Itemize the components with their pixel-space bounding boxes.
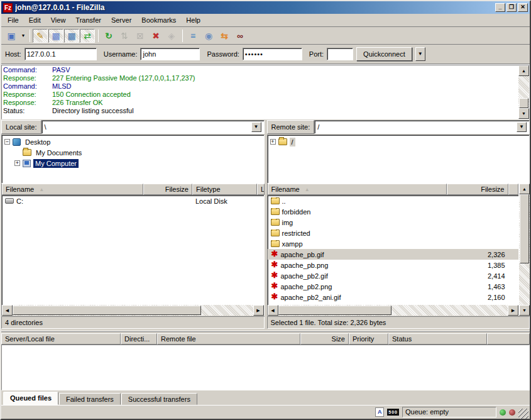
- column-filesize[interactable]: Filesize: [447, 184, 508, 195]
- desktop-icon: [13, 138, 21, 146]
- column-status[interactable]: Status: [388, 333, 487, 345]
- column-direction[interactable]: Directi...: [121, 333, 157, 345]
- filter-button[interactable]: ≡: [185, 29, 200, 43]
- scroll-down-icon[interactable]: ▼: [518, 108, 529, 119]
- tab-failed-transfers[interactable]: Failed transfers: [59, 393, 121, 405]
- remote-row[interactable]: restricted: [268, 228, 519, 238]
- maximize-button[interactable]: ❐: [506, 3, 517, 12]
- remote-row[interactable]: img: [268, 217, 519, 228]
- directory-comparison-button[interactable]: ◉: [201, 29, 216, 43]
- toggle-queue-button[interactable]: ⇄: [80, 29, 95, 43]
- host-input[interactable]: [25, 48, 97, 60]
- refresh-button[interactable]: ↻: [101, 29, 116, 43]
- synchronized-browsing-button[interactable]: ⇆: [217, 29, 232, 43]
- site-manager-dropdown[interactable]: ▼: [19, 29, 27, 43]
- process-queue-button[interactable]: ⇅: [117, 29, 132, 43]
- tree-item-my-computer[interactable]: + My Computer: [3, 158, 263, 169]
- column-filesize[interactable]: Filesize: [143, 184, 192, 195]
- toggle-remote-tree-button[interactable]: ▦: [64, 29, 79, 43]
- scroll-down-icon[interactable]: ▼: [519, 305, 530, 316]
- site-manager-button[interactable]: ▣: [4, 29, 19, 43]
- reconnect-button[interactable]: ◈: [164, 29, 179, 43]
- column-filename[interactable]: Filename ▲: [268, 184, 447, 195]
- remote-row[interactable]: xampp: [268, 238, 519, 249]
- remote-tree: + /: [267, 135, 530, 184]
- process-queue-icon: ⇅: [121, 31, 128, 41]
- titlebar[interactable]: Fz john@127.0.0.1 - FileZilla _ ❐ ✕: [1, 1, 530, 14]
- disk-icon: [5, 198, 14, 204]
- menu-help[interactable]: Help: [181, 14, 205, 26]
- disconnect-button[interactable]: ✖: [148, 29, 163, 43]
- remote-row[interactable]: ✱apache_pb2.gif 2,414: [268, 270, 519, 281]
- folder-icon: [271, 197, 280, 204]
- column-lastmodified[interactable]: L: [257, 184, 265, 195]
- log-scrollbar[interactable]: ▲ ▼: [518, 65, 529, 119]
- remote-vscrollbar[interactable]: ▲ ▼: [519, 184, 530, 316]
- scrollbar-thumb[interactable]: [13, 306, 201, 315]
- column-server-local-file[interactable]: Server/Local file: [1, 333, 121, 345]
- folder-icon: [271, 208, 280, 215]
- scroll-right-icon[interactable]: ▶: [508, 305, 518, 316]
- queue-body[interactable]: [1, 345, 530, 390]
- local-site-path: \: [45, 123, 251, 131]
- column-filetype[interactable]: Filetype: [192, 184, 257, 195]
- menu-view[interactable]: View: [46, 14, 71, 26]
- find-files-button[interactable]: ∞: [233, 29, 248, 43]
- username-input[interactable]: [140, 48, 200, 60]
- scrollbar-thumb[interactable]: [519, 98, 528, 108]
- quickconnect-button[interactable]: Quickconnect: [356, 47, 412, 61]
- tab-queued-files[interactable]: Queued files: [3, 392, 58, 405]
- menu-server[interactable]: Server: [106, 14, 136, 26]
- port-input[interactable]: [327, 48, 353, 60]
- tree-item-my-documents[interactable]: My Documents: [3, 147, 263, 158]
- close-button[interactable]: ✕: [518, 3, 528, 12]
- synchronized-browsing-icon: ⇆: [221, 31, 228, 41]
- menu-file[interactable]: File: [3, 14, 24, 26]
- scroll-up-icon[interactable]: ▲: [519, 184, 530, 194]
- remote-row-selected[interactable]: ✱apache_pb.gif 2,326: [268, 249, 519, 260]
- menu-bookmarks[interactable]: Bookmarks: [136, 14, 181, 26]
- remote-row[interactable]: ✱apache_pb.png 1,385: [268, 260, 519, 270]
- file-lists: Filename ▲ Filesize Filetype L: [1, 184, 530, 329]
- scrollbar-thumb[interactable]: [520, 194, 529, 263]
- tree-item-root[interactable]: + /: [269, 136, 528, 147]
- menu-edit[interactable]: Edit: [24, 14, 46, 26]
- local-hscrollbar[interactable]: ◀ ▶: [2, 305, 264, 316]
- remote-row[interactable]: ✱apache_pb2.png 1,463: [268, 281, 519, 292]
- site-panes: Local site: \ ▼ − Desktop My Documents: [1, 120, 530, 184]
- scroll-right-icon[interactable]: ▶: [253, 305, 264, 316]
- scroll-left-icon[interactable]: ◀: [268, 305, 278, 316]
- menu-transfer[interactable]: Transfer: [70, 14, 106, 26]
- collapse-icon[interactable]: −: [4, 139, 10, 145]
- expand-icon[interactable]: +: [270, 139, 276, 145]
- toggle-log-button[interactable]: ✎: [33, 29, 48, 43]
- local-row-c-drive[interactable]: C: Local Disk: [2, 196, 264, 206]
- tab-successful-transfers[interactable]: Successful transfers: [121, 393, 197, 405]
- column-size[interactable]: Size: [300, 333, 349, 345]
- tree-item-desktop[interactable]: − Desktop: [3, 136, 263, 147]
- password-input[interactable]: [243, 48, 302, 60]
- minimize-button[interactable]: _: [495, 3, 505, 12]
- scroll-left-icon[interactable]: ◀: [2, 305, 13, 316]
- remote-row[interactable]: ✱apache_pb2_ani.gif 2,160: [268, 292, 519, 302]
- remote-row[interactable]: forbidden: [268, 206, 519, 217]
- speed-limit-icon[interactable]: 500: [387, 409, 399, 416]
- chevron-down-icon[interactable]: ▼: [517, 122, 527, 132]
- quickconnect-dropdown[interactable]: ▼: [415, 47, 425, 61]
- column-filename[interactable]: Filename ▲: [2, 184, 143, 195]
- scroll-up-icon[interactable]: ▲: [518, 65, 529, 76]
- cancel-button[interactable]: ⊠: [133, 29, 148, 43]
- data-type-indicator-icon[interactable]: A: [375, 407, 384, 417]
- resize-grip[interactable]: [518, 409, 528, 419]
- scrollbar-thumb[interactable]: [278, 306, 391, 315]
- toggle-local-tree-button[interactable]: ▦: [48, 29, 63, 43]
- remote-row[interactable]: ..: [268, 196, 519, 206]
- column-remote-file[interactable]: Remote file: [157, 333, 300, 345]
- column-priority[interactable]: Priority: [349, 333, 388, 345]
- quickconnect-bar: Host: Username: Password: Port: Quickcon…: [1, 45, 530, 64]
- remote-hscrollbar[interactable]: ◀ ▶: [268, 305, 519, 316]
- local-site-combo[interactable]: \ ▼: [41, 120, 265, 134]
- remote-site-combo[interactable]: / ▼: [314, 120, 530, 134]
- expand-icon[interactable]: +: [14, 160, 20, 166]
- chevron-down-icon[interactable]: ▼: [251, 122, 261, 132]
